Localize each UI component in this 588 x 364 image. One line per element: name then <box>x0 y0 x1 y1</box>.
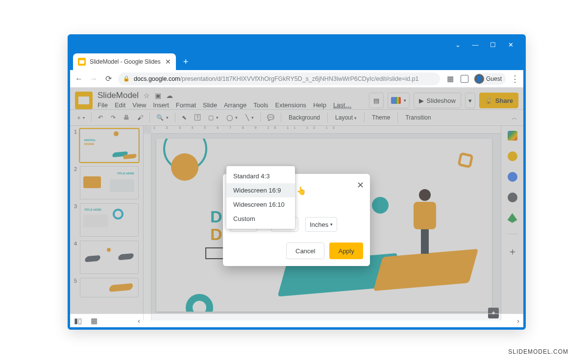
dropdown-item-widescreen-16-9[interactable]: Widescreen 16:9 <box>226 183 295 197</box>
unit-select[interactable]: Inches▾ <box>305 217 337 232</box>
dropdown-item-custom[interactable]: Custom <box>226 212 295 226</box>
apply-button[interactable]: Apply <box>329 243 363 259</box>
close-dialog-icon[interactable]: ✕ <box>357 180 364 191</box>
profile-label: Guest <box>486 75 502 82</box>
close-tab-icon[interactable]: ✕ <box>165 58 171 66</box>
filmstrip-icon[interactable]: ▮▯ <box>74 316 82 325</box>
tab-strip: SlideModel - Google Slides ✕ + <box>70 52 523 70</box>
slides-favicon-icon <box>78 58 86 66</box>
avatar-icon: 👤 <box>474 74 484 84</box>
url-field[interactable]: 🔒 docs.google.com/presentation/d/1tt7KHI… <box>118 73 440 85</box>
new-tab-button[interactable]: + <box>179 55 193 69</box>
window-titlebar: ⌄ — ☐ ✕ <box>70 37 523 52</box>
grid-view-icon[interactable]: ▦ <box>91 316 98 325</box>
chevron-down-icon[interactable]: ⌄ <box>449 38 466 51</box>
url-text: docs.google.com/presentation/d/1tt7KHIXV… <box>134 75 418 82</box>
browser-window: ⌄ — ☐ ✕ SlideModel - Google Slides ✕ + ←… <box>68 34 526 330</box>
browser-tab[interactable]: SlideModel - Google Slides ✕ <box>73 53 176 70</box>
footer-bar: ▮▯ ▦ ‹ › <box>70 314 523 327</box>
dropdown-item-widescreen-16-10[interactable]: Widescreen 16:10 <box>226 197 295 212</box>
install-icon[interactable] <box>461 75 468 83</box>
forward-icon[interactable]: → <box>89 74 98 83</box>
dropdown-item-standard[interactable]: Standard 4:3 <box>226 169 295 183</box>
aspect-ratio-dropdown: Standard 4:3 Widescreen 16:9 Widescreen … <box>226 166 295 229</box>
close-window-button[interactable]: ✕ <box>502 38 519 51</box>
google-slides-app: SlideModel ☆ ▣ ☁ File Edit View Insert F… <box>70 88 523 327</box>
profile-chip[interactable]: 👤 Guest <box>473 73 506 85</box>
cancel-button[interactable]: Cancel <box>286 243 324 259</box>
minimize-button[interactable]: — <box>466 38 484 51</box>
browser-menu-icon[interactable]: ⋮ <box>511 73 519 84</box>
side-panel-toggle-icon[interactable]: › <box>517 316 519 325</box>
cursor-icon: 👆 <box>296 186 306 195</box>
hide-panel-icon[interactable]: ‹ <box>138 316 140 325</box>
back-icon[interactable]: ← <box>74 74 84 83</box>
translate-icon[interactable]: ▦ <box>445 73 456 84</box>
watermark: SLIDEMODEL.COM <box>508 348 568 355</box>
lock-icon: 🔒 <box>123 75 130 82</box>
reload-icon[interactable]: ⟳ <box>103 74 113 83</box>
tab-title: SlideModel - Google Slides <box>90 58 161 65</box>
maximize-button[interactable]: ☐ <box>484 38 502 51</box>
address-bar: ← → ⟳ 🔒 docs.google.com/presentation/d/1… <box>70 70 523 88</box>
